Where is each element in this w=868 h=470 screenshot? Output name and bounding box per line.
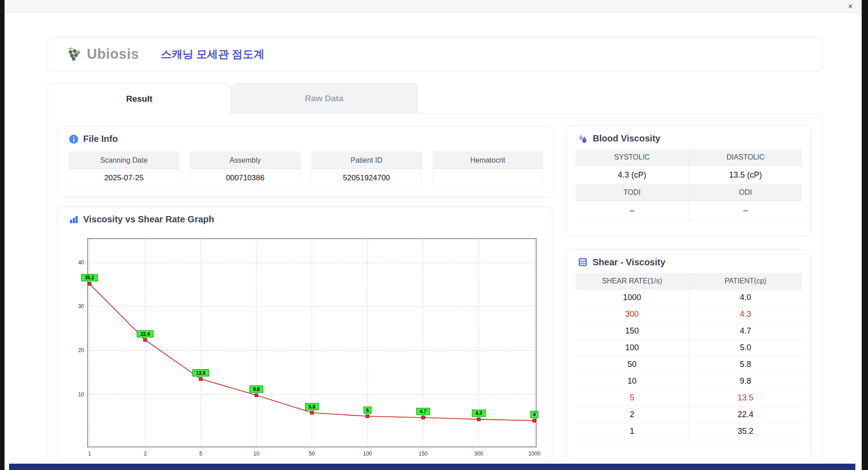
bottom-status-bar	[9, 464, 855, 470]
todi-value: –	[576, 201, 689, 220]
systolic-value: 4.3 (cP)	[576, 165, 689, 184]
tab-result[interactable]: Result	[47, 83, 231, 114]
patient-cell: 22.4	[689, 406, 802, 423]
field-value: 52051924700	[312, 169, 421, 187]
tab-bar: Result Raw Data	[47, 83, 418, 114]
field-label: Hematocrit	[433, 152, 542, 169]
svg-text:5: 5	[199, 451, 203, 457]
patient-cell: 5.0	[689, 339, 802, 356]
shear-rate-cell: 300	[576, 306, 689, 323]
blood-viscosity-header: Blood Viscosity	[566, 126, 811, 147]
svg-text:1000: 1000	[528, 451, 541, 457]
todi-header: TODI	[576, 184, 689, 201]
file-info-card: File Info Scanning Date 2025-07-25 Assem…	[57, 126, 554, 197]
patient-cell: 13.5	[689, 390, 802, 406]
patient-cell: 4.0	[689, 289, 802, 306]
shear-rate-cell: 150	[576, 323, 689, 339]
table-row: 5 13.5	[576, 390, 802, 406]
svg-text:1: 1	[88, 451, 91, 457]
patient-cell: 5.8	[689, 356, 802, 373]
svg-text:22.4: 22.4	[141, 331, 150, 337]
droplet-icon	[577, 133, 588, 144]
viscosity-chart-svg: 125105010015030010001020304035.222.413.5…	[69, 235, 542, 456]
svg-text:150: 150	[419, 451, 428, 457]
shear-rate-cell: 100	[576, 339, 689, 356]
svg-text:35.2: 35.2	[85, 275, 94, 280]
field-value: 2025-07-25	[69, 169, 179, 187]
desktop-edge-right	[862, 0, 868, 470]
svg-text:300: 300	[474, 451, 483, 457]
result-panel: File Info Scanning Date 2025-07-25 Assem…	[47, 113, 823, 461]
systolic-header: SYSTOLIC	[576, 149, 689, 165]
svg-text:4.7: 4.7	[420, 409, 427, 414]
shear-viscosity-title: Shear - Viscosity	[593, 257, 665, 268]
table-grid-icon	[577, 257, 588, 268]
ubiosis-logo-icon	[65, 46, 83, 62]
patient-cell: 35.2	[689, 423, 802, 440]
table-row: 1 35.2	[576, 423, 802, 440]
viscosity-chart: 125105010015030010001020304035.222.413.5…	[69, 235, 542, 456]
table-row: – –	[576, 201, 802, 220]
svg-text:2: 2	[144, 451, 147, 457]
svg-text:10: 10	[253, 451, 259, 457]
graph-title: Viscosity vs Shear Rate Graph	[83, 214, 214, 225]
table-row: 50 5.8	[576, 356, 802, 373]
field-value: 000710386	[190, 169, 300, 187]
close-icon[interactable]: ×	[845, 1, 855, 11]
app-title: 스캐닝 모세관 점도계	[160, 47, 264, 61]
field-patient-id: Patient ID 52051924700	[311, 151, 422, 188]
svg-text:9.8: 9.8	[253, 386, 260, 392]
svg-text:10: 10	[78, 391, 85, 398]
odi-header: ODI	[689, 184, 802, 201]
bar-chart-icon	[69, 215, 79, 225]
table-row: 1000 4.0	[576, 289, 802, 306]
field-value	[433, 169, 542, 187]
patient-cell: 9.8	[689, 373, 802, 390]
graph-header: Viscosity vs Shear Rate Graph	[58, 207, 552, 228]
file-info-title: File Info	[83, 134, 118, 144]
shear-rate-cell: 2	[576, 406, 689, 423]
patient-cell: 4.3	[689, 306, 802, 323]
table-header-row: SYSTOLIC DIASTOLIC	[576, 149, 802, 165]
shear-viscosity-card: Shear - Viscosity SHEAR RATE(1/s) PATIEN…	[566, 249, 811, 459]
shear-rate-cell: 1	[576, 423, 689, 440]
app-window: ×	[5, 0, 862, 470]
field-hematocrit: Hematocrit	[433, 151, 543, 188]
shear-rate-cell: 5	[576, 390, 689, 406]
title-bar: ×	[5, 0, 862, 13]
brand: Ubiosis	[65, 46, 139, 62]
screen: ×	[0, 0, 868, 470]
page: Ubiosis 스캐닝 모세관 점도계 Result Raw Data	[5, 13, 862, 464]
field-scanning-date: Scanning Date 2025-07-25	[69, 151, 179, 188]
tab-raw-data[interactable]: Raw Data	[231, 83, 418, 113]
svg-text:40: 40	[78, 259, 85, 266]
shear-rate-cell: 50	[576, 356, 689, 373]
shear-rate-cell: 10	[576, 373, 689, 390]
table-row: 2 22.4	[576, 406, 802, 423]
svg-text:5.8: 5.8	[309, 404, 316, 409]
svg-text:4.3: 4.3	[476, 410, 482, 416]
svg-text:5: 5	[366, 408, 369, 413]
patient-header: PATIENT(cp)	[689, 273, 802, 289]
diastolic-value: 13.5 (cP)	[689, 165, 802, 184]
svg-text:20: 20	[78, 347, 85, 353]
table-row: 150 4.7	[576, 323, 802, 339]
svg-text:13.5: 13.5	[196, 370, 206, 376]
shear-rate-cell: 1000	[576, 289, 689, 306]
info-icon	[69, 134, 79, 144]
svg-text:50: 50	[309, 451, 315, 457]
svg-text:30: 30	[78, 303, 85, 310]
svg-text:4: 4	[533, 412, 536, 417]
diastolic-header: DIASTOLIC	[689, 149, 802, 165]
desktop-edge-left	[0, 0, 5, 470]
table-row: 300 4.3	[576, 306, 802, 323]
svg-text:100: 100	[363, 451, 372, 457]
shear-viscosity-table: SHEAR RATE(1/s) PATIENT(cp) 1000 4.0 300…	[576, 273, 802, 440]
table-row: 100 5.0	[576, 339, 802, 356]
file-info-header: File Info	[58, 127, 554, 148]
field-label: Scanning Date	[69, 152, 179, 169]
table-header-row: TODI ODI	[576, 184, 802, 201]
patient-cell: 4.7	[689, 323, 802, 339]
shear-rate-header: SHEAR RATE(1/s)	[576, 273, 689, 289]
odi-value: –	[689, 201, 802, 220]
